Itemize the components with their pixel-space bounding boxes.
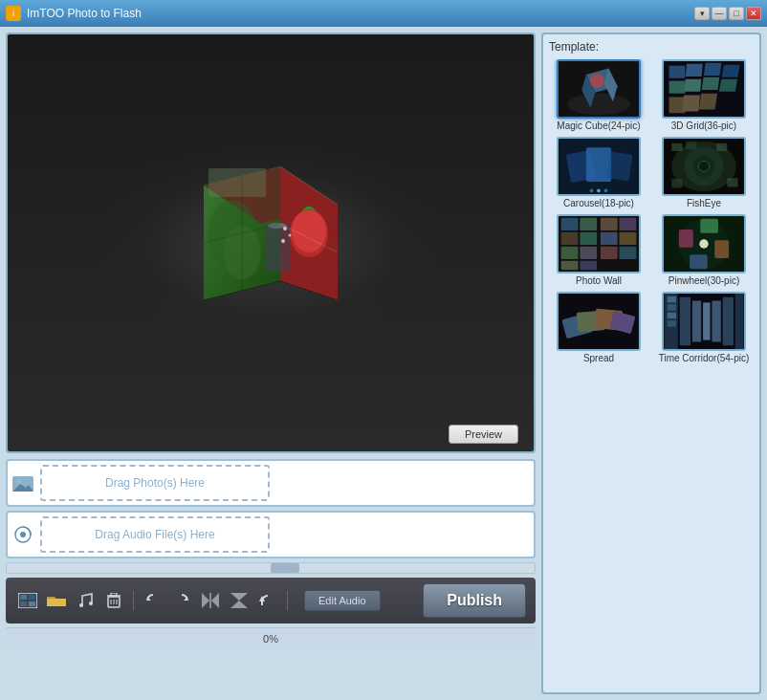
minimize-button[interactable]: — xyxy=(712,7,727,20)
svg-rect-90 xyxy=(561,247,579,259)
music-button[interactable] xyxy=(73,588,98,613)
flip-v-button[interactable] xyxy=(227,588,252,613)
template-name-time-corridor: Time Corridor(54-pic) xyxy=(659,353,750,363)
template-thumb-pinwheel[interactable] xyxy=(662,214,746,273)
scroll-thumb[interactable] xyxy=(271,563,299,573)
svg-point-31 xyxy=(89,602,93,605)
template-thumb-time-corridor[interactable] xyxy=(662,292,746,351)
svg-rect-82 xyxy=(561,218,579,230)
template-name-pinwheel: Pinwheel(30-pic) xyxy=(668,275,739,286)
progress-bar-container: 0% xyxy=(6,627,536,648)
template-grid: Magic Cube(24-pic) xyxy=(549,59,754,363)
svg-point-47 xyxy=(567,94,629,115)
svg-rect-67 xyxy=(606,152,632,182)
template-thumb-3d-grid[interactable] xyxy=(662,59,746,119)
svg-rect-100 xyxy=(690,254,708,269)
svg-rect-112 xyxy=(703,302,710,339)
template-item-carousel[interactable]: Carousel(18-pic) xyxy=(549,137,648,208)
svg-rect-79 xyxy=(727,178,737,186)
undo-button[interactable] xyxy=(255,588,280,613)
svg-rect-76 xyxy=(686,142,696,149)
bottom-section: Drag Photo(s) Here Drag Audio File(s) He… xyxy=(6,459,536,648)
template-name-3d-grid: 3D Grid(36-pic) xyxy=(671,120,736,131)
preview-button-row[interactable]: Preview xyxy=(449,425,518,444)
toolbar: Edit Audio Publish xyxy=(6,578,536,623)
template-name-carousel: Carousel(18-pic) xyxy=(563,198,634,208)
template-thumb-fisheye[interactable] xyxy=(662,137,746,196)
template-item-fisheye[interactable]: FishEye xyxy=(654,137,754,208)
svg-rect-116 xyxy=(668,296,676,303)
audio-drop-area[interactable]: Drag Audio File(s) Here xyxy=(6,511,536,558)
svg-rect-56 xyxy=(722,65,740,77)
app-title: ImTOO Photo to Flash xyxy=(27,7,142,20)
svg-rect-53 xyxy=(669,66,686,78)
template-name-magic-cube: Magic Cube(24-pic) xyxy=(557,120,640,131)
left-panel: Preview Drag Photo(s) Here xyxy=(6,33,536,694)
svg-rect-54 xyxy=(686,64,703,77)
template-grid-wrapper[interactable]: Magic Cube(24-pic) xyxy=(549,59,754,687)
svg-rect-110 xyxy=(680,297,690,346)
horizontal-scrollbar[interactable] xyxy=(6,562,536,574)
svg-point-69 xyxy=(604,188,608,192)
svg-rect-75 xyxy=(671,143,682,151)
title-left: i ImTOO Photo to Flash xyxy=(6,6,142,21)
svg-rect-86 xyxy=(561,232,579,245)
svg-point-11 xyxy=(283,227,287,230)
template-item-3d-grid[interactable]: 3D Grid(36-pic) xyxy=(654,59,754,131)
template-item-photo-wall[interactable]: Photo Wall xyxy=(549,214,648,286)
svg-marker-40 xyxy=(202,593,209,608)
flip-h-button[interactable] xyxy=(198,588,223,613)
template-thumb-spread[interactable] xyxy=(557,292,641,351)
rotate-ccw-button[interactable] xyxy=(141,588,165,613)
preview-button[interactable]: Preview xyxy=(449,425,518,444)
svg-point-12 xyxy=(289,234,292,237)
title-bar: i ImTOO Photo to Flash ▾ — □ ✕ xyxy=(0,0,767,27)
photo-drop-area[interactable]: Drag Photo(s) Here xyxy=(6,459,536,507)
svg-rect-6 xyxy=(266,224,290,272)
collapse-button[interactable]: ▾ xyxy=(694,7,710,20)
template-item-time-corridor[interactable]: Time Corridor(54-pic) xyxy=(654,292,754,363)
svg-rect-59 xyxy=(702,77,720,90)
photo-drop-zone[interactable]: Drag Photo(s) Here xyxy=(40,465,270,501)
close-button[interactable]: ✕ xyxy=(746,7,761,20)
template-thumb-magic-cube[interactable] xyxy=(557,59,641,119)
edit-audio-button[interactable]: Edit Audio xyxy=(304,590,381,611)
template-item-spread[interactable]: Spread xyxy=(549,292,648,363)
svg-point-51 xyxy=(590,74,604,88)
template-section-label: Template: xyxy=(549,40,754,54)
add-photos-button[interactable] xyxy=(15,588,40,613)
svg-rect-94 xyxy=(561,261,579,270)
folder-button[interactable] xyxy=(44,588,69,613)
separator-1 xyxy=(133,591,134,610)
maximize-button[interactable]: □ xyxy=(729,7,744,20)
svg-point-70 xyxy=(590,188,594,192)
publish-button[interactable]: Publish xyxy=(423,583,526,618)
delete-button[interactable] xyxy=(101,588,126,613)
progress-text: 0% xyxy=(263,633,278,645)
svg-point-24 xyxy=(20,532,26,537)
audio-icon xyxy=(11,523,34,546)
svg-rect-85 xyxy=(620,218,637,230)
rotate-cw-button[interactable] xyxy=(169,588,194,613)
template-name-photo-wall: Photo Wall xyxy=(576,275,622,286)
svg-rect-77 xyxy=(716,143,727,151)
svg-rect-8 xyxy=(208,168,266,197)
window-controls[interactable]: ▾ — □ ✕ xyxy=(694,7,761,20)
template-item-pinwheel[interactable]: Pinwheel(30-pic) xyxy=(654,214,754,286)
svg-rect-84 xyxy=(601,218,618,230)
svg-rect-34 xyxy=(111,593,117,596)
svg-rect-62 xyxy=(683,96,700,112)
svg-rect-55 xyxy=(704,63,722,76)
svg-rect-98 xyxy=(700,219,718,233)
svg-rect-29 xyxy=(29,602,35,606)
svg-rect-57 xyxy=(669,81,686,94)
separator-2 xyxy=(287,591,288,610)
template-item-magic-cube[interactable]: Magic Cube(24-pic) xyxy=(549,59,648,131)
cube-display xyxy=(146,147,395,339)
svg-point-102 xyxy=(699,239,708,248)
template-thumb-carousel[interactable] xyxy=(557,137,641,196)
template-thumb-photo-wall[interactable] xyxy=(557,214,641,273)
svg-marker-41 xyxy=(211,593,219,608)
svg-rect-58 xyxy=(684,79,701,92)
audio-drop-zone[interactable]: Drag Audio File(s) Here xyxy=(40,516,270,553)
